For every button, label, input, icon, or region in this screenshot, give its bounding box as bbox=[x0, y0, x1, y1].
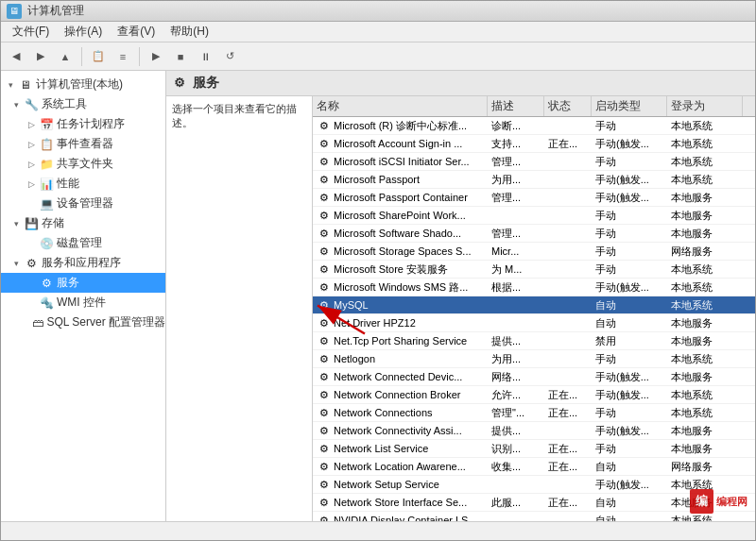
header-name[interactable]: 名称 bbox=[313, 96, 488, 116]
row-desc: Micr... bbox=[488, 245, 544, 258]
table-row[interactable]: ⚙ Net Driver HPZ12 自动 本地服务 bbox=[313, 314, 755, 332]
header-desc[interactable]: 描述 bbox=[488, 96, 544, 116]
toolbar: ◀ ▶ ▲ 📋 ≡ ▶ ■ ⏸ ↺ bbox=[1, 42, 755, 71]
table-row[interactable]: ⚙ Network Setup Service 手动(触发... 本地系统 bbox=[313, 476, 755, 494]
row-startup: 手动(触发... bbox=[592, 477, 667, 493]
row-icon: ⚙ bbox=[317, 405, 332, 420]
toolbar-btn-pause[interactable]: ⏸ bbox=[194, 45, 216, 68]
header-startup[interactable]: 启动类型 bbox=[592, 96, 667, 116]
table-row[interactable]: ⚙ Network Connectivity Assi... 提供... 手动(… bbox=[313, 422, 755, 440]
row-status: 正在... bbox=[544, 405, 592, 421]
row-desc: 诊断... bbox=[488, 118, 544, 134]
sidebar-item-scheduler[interactable]: ▷ 📅 任务计划程序 bbox=[1, 114, 165, 134]
sidebar-item-shared[interactable]: ▷ 📁 共享文件夹 bbox=[1, 154, 165, 174]
table-row[interactable]: ⚙ Network Location Awarene... 收集... 正在..… bbox=[313, 458, 755, 476]
row-status bbox=[544, 250, 592, 252]
table-row[interactable]: ⚙ Network Connections 管理"... 正在... 手动 本地… bbox=[313, 404, 755, 422]
header-status[interactable]: 状态 bbox=[544, 96, 592, 116]
sidebar-item-tools[interactable]: ▾ 🔧 系统工具 bbox=[1, 94, 165, 114]
table-row[interactable]: ⚙ Network List Service 识别... 正在... 手动 本地… bbox=[313, 440, 755, 458]
row-name: Microsoft Passport Container bbox=[334, 192, 468, 203]
menu-view[interactable]: 查看(V) bbox=[110, 22, 163, 42]
row-name: Network Connection Broker bbox=[334, 389, 461, 400]
toolbar-btn-views[interactable]: ≡ bbox=[112, 45, 134, 68]
table-row[interactable]: ⚙ Microsoft Software Shado... 管理... 手动 本… bbox=[313, 225, 755, 243]
row-login: 本地服务 bbox=[667, 190, 743, 206]
toolbar-btn-restart[interactable]: ↺ bbox=[218, 45, 241, 68]
table-row[interactable]: ⚙ Microsoft SharePoint Work... 手动 本地服务 bbox=[313, 207, 755, 225]
row-icon: ⚙ bbox=[317, 226, 332, 241]
menu-file[interactable]: 文件(F) bbox=[5, 22, 57, 42]
row-desc: 为 M... bbox=[488, 262, 544, 278]
table-row[interactable]: ⚙ Microsoft Windows SMS 路... 根据... 手动(触发… bbox=[313, 279, 755, 296]
row-name: Network Location Awarene... bbox=[334, 461, 466, 472]
toolbar-btn-forward[interactable]: ▶ bbox=[29, 45, 52, 68]
sidebar-item-events[interactable]: ▷ 📋 事件查看器 bbox=[1, 134, 165, 154]
sidebar-item-wmi[interactable]: 🔩 WMI 控件 bbox=[1, 293, 165, 313]
services-body: 选择一个项目来查看它的描述。 名称 描述 状态 启动类型 登录为 bbox=[166, 96, 755, 521]
header-login[interactable]: 登录为 bbox=[667, 96, 743, 116]
toolbar-btn-stop[interactable]: ■ bbox=[169, 45, 192, 68]
sidebar-item-root[interactable]: ▾ 🖥 计算机管理(本地) bbox=[1, 75, 165, 94]
row-name: Network Store Interface Se... bbox=[334, 497, 467, 508]
row-status bbox=[544, 519, 592, 521]
row-desc: 网络... bbox=[488, 369, 544, 385]
sidebar-item-svcapp[interactable]: ▾ ⚙ 服务和应用程序 bbox=[1, 253, 165, 273]
row-startup: 手动 bbox=[592, 262, 667, 278]
toolbar-btn-show-hide[interactable]: 📋 bbox=[87, 45, 110, 68]
row-icon: ⚙ bbox=[317, 208, 332, 223]
sidebar-item-perf[interactable]: ▷ 📊 性能 bbox=[1, 174, 165, 194]
table-row[interactable]: ⚙ Microsoft iSCSI Initiator Ser... 管理...… bbox=[313, 153, 755, 171]
table-row[interactable]: ⚙ Network Store Interface Se... 此服... 正在… bbox=[313, 494, 755, 512]
row-startup: 禁用 bbox=[592, 333, 667, 349]
sidebar-item-devmgr[interactable]: 💻 设备管理器 bbox=[1, 194, 165, 213]
row-desc: 提供... bbox=[488, 333, 544, 349]
row-login: 本地系统 bbox=[667, 172, 743, 188]
table-row[interactable]: ⚙ Microsoft Account Sign-in ... 支持... 正在… bbox=[313, 135, 755, 153]
menu-help[interactable]: 帮助(H) bbox=[163, 22, 216, 42]
icon-storage: 💾 bbox=[24, 216, 39, 231]
toolbar-btn-play[interactable]: ▶ bbox=[145, 45, 167, 68]
toolbar-btn-up[interactable]: ▲ bbox=[54, 45, 77, 68]
row-startup: 手动 bbox=[592, 244, 667, 260]
services-list[interactable]: 名称 描述 状态 启动类型 登录为 ⚙ Microsoft (R) 诊断中心标准… bbox=[313, 96, 755, 521]
row-status bbox=[544, 214, 592, 216]
list-header: 名称 描述 状态 启动类型 登录为 bbox=[313, 96, 755, 117]
row-startup: 手动 bbox=[592, 226, 667, 242]
toolbar-btn-back[interactable]: ◀ bbox=[5, 45, 27, 68]
row-startup: 自动 bbox=[592, 459, 667, 475]
row-status bbox=[544, 268, 592, 270]
row-status bbox=[544, 196, 592, 198]
row-desc: 允许... bbox=[488, 387, 544, 403]
row-login: 本地系统 bbox=[667, 136, 743, 152]
table-row[interactable]: ⚙ NVIDIA Display Container LS 自动 本地系统 bbox=[313, 512, 755, 521]
row-name: Microsoft iSCSI Initiator Ser... bbox=[334, 156, 470, 167]
sidebar-item-services[interactable]: ⚙ 服务 bbox=[1, 273, 165, 293]
row-startup: 手动(触发... bbox=[592, 369, 667, 385]
menu-action[interactable]: 操作(A) bbox=[57, 22, 110, 42]
row-desc: 管理... bbox=[488, 154, 544, 170]
title-bar: 🖥 计算机管理 bbox=[1, 1, 755, 22]
sidebar-item-diskmgr[interactable]: 💿 磁盘管理 bbox=[1, 233, 165, 253]
row-name: Microsoft Account Sign-in ... bbox=[334, 138, 462, 149]
table-row[interactable]: ⚙ Microsoft Storage Spaces S... Micr... … bbox=[313, 243, 755, 261]
sidebar-item-sqlcfg[interactable]: 🗃 SQL Server 配置管理器 bbox=[1, 313, 165, 332]
row-status bbox=[544, 304, 592, 306]
table-row[interactable]: ⚙ MySQL 自动 本地系统 bbox=[313, 296, 755, 314]
sidebar-item-storage[interactable]: ▾ 💾 存储 bbox=[1, 213, 165, 233]
table-row[interactable]: ⚙ Network Connection Broker 允许... 正在... … bbox=[313, 386, 755, 404]
window-title: 计算机管理 bbox=[27, 3, 84, 19]
table-row[interactable]: ⚙ Net.Tcp Port Sharing Service 提供... 禁用 … bbox=[313, 332, 755, 350]
table-row[interactable]: ⚙ Microsoft Passport Container 管理... 手动(… bbox=[313, 189, 755, 207]
row-name: Microsoft Passport bbox=[334, 174, 420, 185]
row-name: Microsoft Store 安装服务 bbox=[334, 262, 448, 277]
arrow-root: ▾ bbox=[3, 80, 18, 90]
table-row[interactable]: ⚙ Microsoft Store 安装服务 为 M... 手动 本地系统 bbox=[313, 261, 755, 279]
table-row[interactable]: ⚙ Network Connected Devic... 网络... 手动(触发… bbox=[313, 368, 755, 386]
description-panel: 选择一个项目来查看它的描述。 bbox=[166, 96, 313, 521]
row-icon: ⚙ bbox=[317, 244, 332, 259]
table-row[interactable]: ⚙ Netlogon 为用... 手动 本地系统 bbox=[313, 350, 755, 368]
table-row[interactable]: ⚙ Microsoft Passport 为用... 手动(触发... 本地系统 bbox=[313, 171, 755, 189]
table-row[interactable]: ⚙ Microsoft (R) 诊断中心标准... 诊断... 手动 本地系统 bbox=[313, 117, 755, 135]
row-icon: ⚙ bbox=[317, 369, 332, 384]
